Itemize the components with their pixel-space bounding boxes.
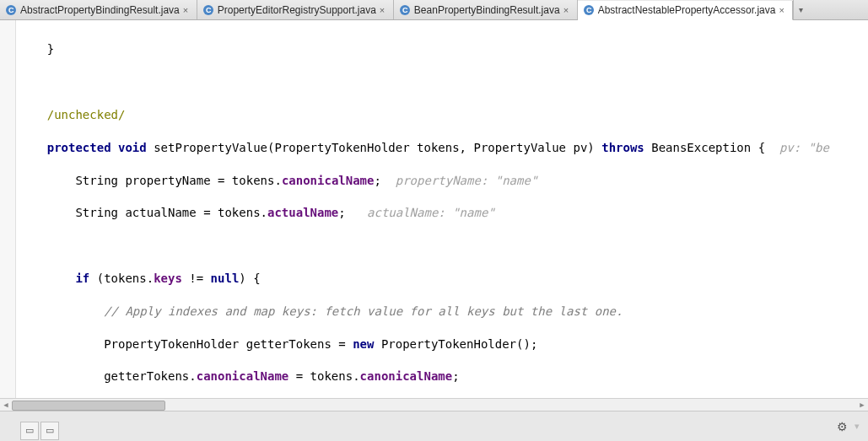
tab-file-1[interactable]: C PropertyEditorRegistrySupport.java ×	[197, 0, 394, 19]
close-icon[interactable]: ×	[563, 6, 572, 14]
tabs-overflow-dropdown[interactable]: ▾	[793, 0, 807, 19]
scroll-left-icon[interactable]: ◀	[0, 399, 12, 411]
tab-file-3[interactable]: C AbstractNestablePropertyAccessor.java …	[578, 1, 794, 20]
code-content: } /unchecked/ protected void setProperty…	[19, 25, 868, 408]
class-icon: C	[5, 4, 17, 16]
class-icon: C	[202, 4, 214, 16]
class-icon: C	[583, 4, 595, 16]
editor-gutter	[0, 20, 16, 408]
editor-tab-bar: C AbstractPropertyBindingResult.java × C…	[0, 0, 868, 20]
scroll-right-icon[interactable]: ▶	[856, 399, 868, 411]
tab-label: AbstractPropertyBindingResult.java	[20, 4, 180, 16]
tab-label: AbstractNestablePropertyAccessor.java	[598, 4, 776, 16]
code-editor[interactable]: } /unchecked/ protected void setProperty…	[0, 20, 868, 408]
scrollbar-thumb[interactable]	[12, 401, 165, 411]
svg-text:C: C	[402, 6, 408, 14]
tab-file-2[interactable]: C BeanPropertyBindingResult.java ×	[394, 0, 578, 19]
close-icon[interactable]: ×	[380, 6, 388, 14]
horizontal-scrollbar[interactable]: ◀ ▶	[0, 398, 868, 411]
close-icon[interactable]: ×	[183, 6, 191, 14]
toolwindow-button[interactable]: ▭	[20, 422, 39, 440]
toolwindow-button[interactable]: ▭	[40, 422, 59, 440]
svg-text:C: C	[8, 6, 14, 14]
gear-icon[interactable]: ⚙	[837, 420, 848, 433]
separator: ▾	[855, 421, 860, 432]
class-icon: C	[399, 4, 411, 16]
svg-text:C: C	[206, 6, 212, 14]
status-bar: ▭ ▭ ⚙ ▾	[0, 411, 868, 441]
tool-window-buttons: ▭ ▭	[20, 422, 59, 440]
tab-file-0[interactable]: C AbstractPropertyBindingResult.java ×	[0, 0, 197, 19]
tab-label: BeanPropertyBindingResult.java	[414, 4, 560, 16]
close-icon[interactable]: ×	[779, 6, 787, 14]
chevron-down-icon: ▾	[799, 5, 803, 14]
tab-label: PropertyEditorRegistrySupport.java	[218, 4, 376, 16]
svg-text:C: C	[586, 6, 592, 14]
